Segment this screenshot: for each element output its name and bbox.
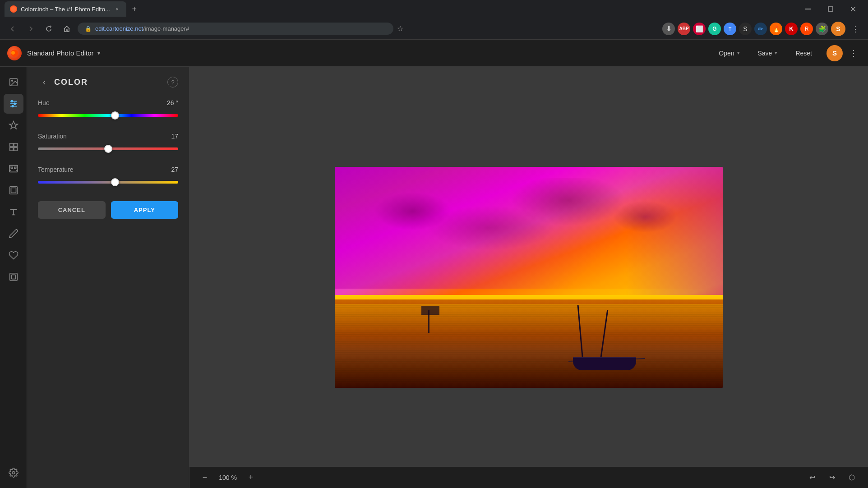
temperature-track bbox=[38, 181, 178, 184]
more-options[interactable]: ⋮ bbox=[848, 22, 863, 36]
url-bar[interactable]: 🔒 edit.cartoonize.net/image-manager# bbox=[78, 23, 393, 35]
save-chevron-icon: ▾ bbox=[775, 50, 777, 56]
saturation-slider[interactable] bbox=[38, 144, 178, 153]
home-button[interactable] bbox=[60, 22, 74, 36]
boat-mast-right bbox=[600, 310, 608, 359]
tab-close-button[interactable]: × bbox=[114, 5, 121, 13]
help-button[interactable]: ? bbox=[167, 77, 178, 87]
reset-button[interactable]: Reset bbox=[788, 46, 819, 60]
ext-puzzle[interactable]: 🧩 bbox=[816, 23, 828, 35]
browser-chrome: Colorcinch – The #1 Photo Edito... × + bbox=[0, 0, 868, 40]
temperature-slider[interactable] bbox=[38, 178, 178, 187]
panel-buttons: CANCEL APPLY bbox=[38, 201, 178, 219]
structure-top bbox=[421, 306, 439, 315]
forward-button[interactable] bbox=[23, 22, 38, 36]
temperature-thumb[interactable] bbox=[111, 178, 119, 186]
refresh-button[interactable] bbox=[42, 22, 56, 36]
photo-display bbox=[335, 167, 723, 388]
ext-grammarly[interactable]: G bbox=[708, 23, 721, 35]
security-icon: 🔒 bbox=[85, 26, 92, 32]
svg-rect-28 bbox=[11, 275, 15, 279]
editor-selector[interactable]: Standard Photo Editor ▾ bbox=[27, 49, 100, 57]
hue-thumb[interactable] bbox=[111, 111, 119, 120]
sidebar-item-grid[interactable] bbox=[4, 137, 23, 157]
ext-reddit[interactable]: R bbox=[800, 23, 813, 35]
editor-name: Standard Photo Editor bbox=[27, 49, 94, 57]
save-button[interactable]: Save ▾ bbox=[751, 46, 785, 60]
svg-point-13 bbox=[12, 106, 14, 107]
saturation-thumb[interactable] bbox=[104, 145, 112, 153]
svg-rect-16 bbox=[9, 147, 13, 151]
temperature-label: Temperature bbox=[38, 166, 74, 173]
boat-hull bbox=[573, 357, 636, 370]
sidebar-item-image[interactable] bbox=[4, 72, 23, 92]
ext-k[interactable]: K bbox=[785, 23, 798, 35]
sidebar-item-settings[interactable] bbox=[4, 463, 23, 483]
open-chevron-icon: ▾ bbox=[737, 50, 740, 56]
ext-pocket[interactable]: ⬜ bbox=[693, 23, 706, 35]
zoom-controls: − 100 % + bbox=[199, 471, 257, 484]
hue-slider[interactable] bbox=[38, 111, 178, 120]
back-button[interactable] bbox=[5, 22, 20, 36]
ext-translate[interactable]: T bbox=[724, 23, 736, 35]
photo-structure bbox=[412, 310, 448, 333]
hue-track bbox=[38, 114, 178, 117]
temp-label-row: Temperature 27 bbox=[38, 166, 178, 173]
sidebar-item-film[interactable] bbox=[4, 159, 23, 179]
icon-sidebar bbox=[0, 67, 27, 488]
sidebar-item-text[interactable] bbox=[4, 202, 23, 222]
url-text: edit.cartoonize.net/image-manager# bbox=[95, 25, 189, 32]
bookmark-button[interactable]: ☆ bbox=[397, 24, 403, 33]
app-logo bbox=[7, 46, 22, 60]
header-profile-avatar[interactable]: S bbox=[826, 45, 843, 61]
tab-bar: Colorcinch – The #1 Photo Edito... × + bbox=[0, 0, 868, 18]
svg-point-7 bbox=[11, 80, 13, 81]
svg-rect-1 bbox=[828, 7, 833, 11]
main-content: ‹ COLOR ? Hue 26 ° Saturation 17 bbox=[0, 67, 868, 488]
layers-button[interactable]: ⬡ bbox=[845, 470, 859, 485]
saturation-label: Saturation bbox=[38, 133, 67, 140]
close-button[interactable] bbox=[843, 1, 863, 17]
redo-button[interactable]: ↪ bbox=[825, 470, 839, 485]
sidebar-item-magic[interactable] bbox=[4, 115, 23, 135]
back-button[interactable]: ‹ bbox=[38, 76, 51, 88]
new-tab-button[interactable]: + bbox=[128, 3, 141, 15]
hue-value: 26 ° bbox=[167, 99, 178, 106]
temperature-slider-group: Temperature 27 bbox=[38, 166, 178, 187]
zoom-out-button[interactable]: − bbox=[199, 471, 211, 484]
open-button[interactable]: Open ▾ bbox=[711, 46, 747, 60]
profile-avatar[interactable]: S bbox=[831, 22, 845, 36]
browser-extensions: ⬇ ABP ⬜ G T S ✏ 🔥 K R 🧩 S ⋮ bbox=[662, 22, 863, 36]
boat-mast-left bbox=[577, 305, 583, 359]
apply-button[interactable]: APPLY bbox=[111, 201, 179, 219]
header-actions: Open ▾ Save ▾ Reset S ⋮ bbox=[711, 45, 861, 61]
sidebar-item-frame[interactable] bbox=[4, 180, 23, 200]
color-panel: ‹ COLOR ? Hue 26 ° Saturation 17 bbox=[27, 67, 189, 488]
svg-rect-26 bbox=[11, 188, 16, 193]
undo-button[interactable]: ↩ bbox=[805, 470, 819, 485]
header-more-options[interactable]: ⋮ bbox=[846, 46, 861, 60]
sidebar-item-draw[interactable] bbox=[4, 224, 23, 244]
maximize-button[interactable] bbox=[820, 1, 841, 17]
panel-header: ‹ COLOR ? bbox=[38, 76, 178, 88]
ext-pen[interactable]: ✏ bbox=[754, 23, 767, 35]
bottom-toolbar: − 100 % + ↩ ↪ ⬡ bbox=[189, 466, 868, 488]
sat-label-row: Saturation 17 bbox=[38, 133, 178, 140]
temperature-value: 27 bbox=[171, 166, 178, 173]
zoom-in-button[interactable]: + bbox=[245, 471, 257, 484]
ext-download[interactable]: ⬇ bbox=[662, 23, 675, 35]
sidebar-item-overlay[interactable] bbox=[4, 267, 23, 287]
sidebar-item-heart[interactable] bbox=[4, 245, 23, 265]
cancel-button[interactable]: CANCEL bbox=[38, 201, 106, 219]
canvas-area: − 100 % + ↩ ↪ ⬡ bbox=[189, 67, 868, 488]
app-header: Standard Photo Editor ▾ Open ▾ Save ▾ Re… bbox=[0, 40, 868, 67]
ext-scribe[interactable]: S bbox=[739, 23, 752, 35]
ext-abp[interactable]: ABP bbox=[678, 23, 690, 35]
ext-fire[interactable]: 🔥 bbox=[770, 23, 782, 35]
minimize-button[interactable] bbox=[798, 1, 818, 17]
sidebar-item-adjust[interactable] bbox=[4, 94, 23, 114]
saturation-slider-group: Saturation 17 bbox=[38, 133, 178, 153]
photo-container bbox=[335, 167, 723, 388]
saturation-value: 17 bbox=[171, 133, 178, 140]
active-tab[interactable]: Colorcinch – The #1 Photo Edito... × bbox=[5, 1, 126, 17]
